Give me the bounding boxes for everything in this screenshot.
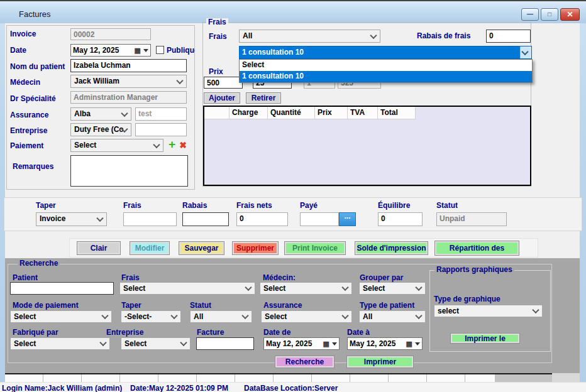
search-statut-combo[interactable]: All bbox=[190, 310, 252, 323]
assurance-note-field[interactable]: test bbox=[135, 107, 187, 121]
type-patient-value: All bbox=[363, 312, 372, 321]
medecin-value: Jack William bbox=[74, 77, 119, 85]
print-invoice-button[interactable]: Print Invoice bbox=[284, 241, 346, 255]
add-payment-icon[interactable]: + bbox=[167, 139, 177, 150]
search-frais-label: Frais bbox=[121, 273, 140, 282]
repartition-button[interactable]: Répartition des bbox=[434, 241, 519, 256]
remarques-textarea[interactable] bbox=[70, 155, 188, 187]
patient-name-label: Nom du patient bbox=[10, 62, 65, 71]
chevron-down-icon bbox=[245, 284, 252, 291]
facture-field[interactable] bbox=[196, 337, 254, 350]
calendar-icon: ▦ bbox=[406, 340, 412, 347]
charges-grid[interactable]: Charge Quantité Prix TVA Total bbox=[203, 106, 531, 186]
search-assurance-value: Select bbox=[265, 312, 287, 321]
date-a-picker[interactable]: May 12, 2025 ▦ bbox=[347, 337, 423, 350]
prix-field[interactable]: 500 bbox=[204, 77, 243, 89]
search-medecin-label: Médecin: bbox=[263, 273, 296, 282]
assurance-combo[interactable]: Alba bbox=[70, 107, 131, 121]
publique-checkbox[interactable] bbox=[156, 46, 164, 54]
dropdown-arrow-icon bbox=[332, 342, 337, 346]
date-de-picker[interactable]: May 12, 2025 ▦ bbox=[263, 337, 340, 350]
fabrique-par-combo[interactable]: Select bbox=[10, 337, 110, 350]
chevron-down-icon bbox=[241, 312, 248, 319]
frais-filter-value: All bbox=[243, 31, 252, 40]
paiement-combo[interactable]: Select bbox=[70, 139, 163, 152]
patient-name-field[interactable]: Izabela Uchman bbox=[70, 59, 187, 72]
mode-paiement-combo[interactable]: Select bbox=[10, 310, 112, 323]
retirer-button[interactable]: Retirer bbox=[246, 92, 281, 104]
horizontal-scrollbar[interactable] bbox=[5, 373, 580, 382]
totals-rabais-label: Rabais bbox=[182, 201, 207, 210]
factures-window: Factures — □ ✕ Invoice 00002 Date May 12… bbox=[0, 0, 586, 392]
chevron-down-icon bbox=[370, 31, 377, 38]
equilibre-label: Équilibre bbox=[378, 201, 410, 210]
fabrique-par-value: Select bbox=[14, 339, 36, 348]
clair-button[interactable]: Clair bbox=[77, 241, 121, 255]
recherche-button[interactable]: Recherche bbox=[275, 356, 334, 368]
calendar-icon: ▦ bbox=[135, 47, 141, 54]
minimize-icon: — bbox=[527, 11, 533, 18]
mode-paiement-label: Mode de paiement bbox=[13, 301, 79, 310]
rabais-frais-field[interactable]: 0 bbox=[486, 30, 531, 43]
imprimer-button[interactable]: Imprimer bbox=[346, 356, 414, 368]
sauvegar-button[interactable]: Sauvegar bbox=[179, 241, 224, 255]
entreprise-combo[interactable]: Duty Free (Co bbox=[70, 123, 131, 136]
search-assurance-combo[interactable]: Select bbox=[261, 310, 352, 323]
invoice-field: 00002 bbox=[70, 28, 151, 40]
mode-paiement-value: Select bbox=[14, 312, 36, 321]
statut-field: Unpaid bbox=[436, 212, 507, 226]
solde-impression-button[interactable]: Solde d'impression bbox=[355, 241, 428, 255]
chevron-down-icon bbox=[415, 312, 422, 319]
charge-combo-value: 1 consultation 10 bbox=[240, 46, 520, 58]
type-patient-combo[interactable]: All bbox=[359, 310, 426, 323]
frais-filter-label: Frais bbox=[209, 32, 227, 41]
medecin-combo[interactable]: Jack William bbox=[70, 75, 187, 88]
search-medecin-combo[interactable]: Select bbox=[260, 282, 352, 295]
totals-frais-field[interactable] bbox=[123, 212, 177, 226]
frais-nets-field[interactable]: 0 bbox=[236, 212, 288, 226]
entreprise-note-field[interactable] bbox=[135, 123, 187, 136]
paye-field[interactable] bbox=[300, 212, 339, 226]
date-picker[interactable]: May 12, 2025 ▦ bbox=[70, 44, 151, 57]
search-statut-value: All bbox=[194, 312, 203, 321]
ellipsis-icon: ... bbox=[344, 213, 350, 219]
equilibre-field[interactable]: 0 bbox=[378, 212, 423, 226]
chevron-down-icon bbox=[99, 339, 106, 346]
type-graphique-value: select bbox=[438, 307, 459, 315]
frais-legend: Frais bbox=[206, 18, 228, 26]
grouper-par-value: Select bbox=[363, 284, 385, 293]
type-graphique-combo[interactable]: select bbox=[434, 305, 543, 317]
calendar-icon: ▦ bbox=[323, 340, 329, 347]
ajouter-button[interactable]: Ajouter bbox=[204, 92, 240, 104]
charge-combo[interactable]: 1 consultation 10 bbox=[239, 46, 532, 59]
search-patient-field[interactable] bbox=[10, 282, 114, 295]
dropdown-option-selected[interactable]: 1 consultation 10 bbox=[240, 71, 532, 82]
minimize-button[interactable]: — bbox=[521, 8, 539, 21]
frais-filter-combo[interactable]: All bbox=[239, 30, 380, 43]
search-frais-combo[interactable]: Select bbox=[119, 282, 255, 295]
supprimer-button[interactable]: Supprimer bbox=[232, 241, 279, 255]
totals-rabais-field[interactable] bbox=[182, 212, 229, 226]
search-taper-combo[interactable]: -Select- bbox=[121, 310, 181, 323]
search-patient-label: Patient bbox=[13, 273, 38, 282]
scrollbar-thumb[interactable] bbox=[495, 373, 552, 382]
paye-label: Payé bbox=[300, 201, 318, 210]
date-value: May 12, 2025 bbox=[73, 46, 119, 55]
grouper-par-combo[interactable]: Select bbox=[359, 282, 426, 295]
paye-more-button[interactable]: ... bbox=[339, 212, 356, 226]
maximize-button[interactable]: □ bbox=[541, 8, 558, 21]
modifier-button[interactable]: Modifier bbox=[130, 241, 170, 255]
chevron-down-icon bbox=[180, 339, 187, 346]
close-button[interactable]: ✕ bbox=[560, 8, 580, 21]
search-entreprise-combo[interactable]: Select bbox=[121, 337, 191, 350]
charge-combo-dropdown-button[interactable] bbox=[520, 46, 531, 58]
type-graphique-label: Type de graphique bbox=[434, 295, 500, 303]
taper-combo[interactable]: Invoice bbox=[36, 212, 107, 226]
delete-payment-icon[interactable]: ✖ bbox=[178, 139, 188, 151]
search-frais-value: Select bbox=[123, 284, 145, 293]
dropdown-option[interactable]: Select bbox=[240, 60, 532, 71]
search-entreprise-value: Select bbox=[124, 339, 146, 348]
search-medecin-value: Select bbox=[263, 284, 285, 293]
imprimer-le-button[interactable]: Imprimer le bbox=[450, 333, 520, 344]
fabrique-par-label: Fabriqué par bbox=[13, 328, 58, 337]
